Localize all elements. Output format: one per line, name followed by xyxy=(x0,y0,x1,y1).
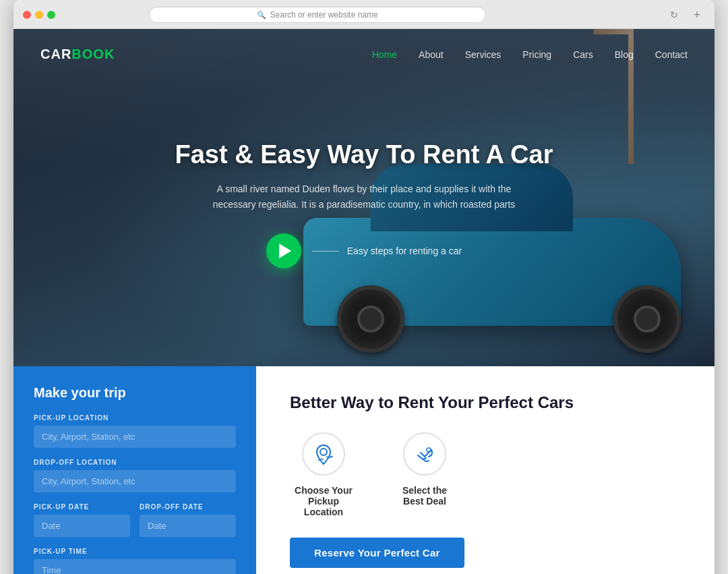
booking-form: Make your trip PICK-UP LOCATION DROP-OFF… xyxy=(13,366,256,574)
date-row: PICK-UP DATE DROP-OFF DATE xyxy=(34,503,236,548)
booking-title: Make your trip xyxy=(34,385,236,401)
reserve-button[interactable]: Reserve Your Perfect Car xyxy=(290,538,464,568)
nav-link-pricing[interactable]: Pricing xyxy=(522,49,551,60)
dropoff-date-label: DROP-OFF DATE xyxy=(140,503,236,511)
pickup-feature-label: Choose Your Pickup Location xyxy=(290,485,357,517)
dropoff-location-input[interactable] xyxy=(34,470,236,492)
pickup-location-group: PICK-UP LOCATION xyxy=(34,414,236,448)
nav-item-pricing[interactable]: Pricing xyxy=(522,49,551,61)
deal-icon xyxy=(403,432,446,476)
browser-dots xyxy=(23,11,55,19)
nav-link-cars[interactable]: Cars xyxy=(573,49,593,60)
deal-feature-label: Select the Best Deal xyxy=(391,485,458,507)
car-wheel-left xyxy=(337,285,404,353)
dropoff-date-group: DROP-OFF DATE xyxy=(140,503,236,537)
hero-subtitle: A small river named Duden flows by their… xyxy=(195,181,533,214)
minimize-dot[interactable] xyxy=(35,11,43,19)
pickup-time-label: PICK-UP TIME xyxy=(34,548,236,555)
hero-title: Fast & Easy Way To Rent A Car xyxy=(162,140,566,171)
svg-point-1 xyxy=(331,456,333,458)
nav-link-blog[interactable]: Blog xyxy=(615,49,634,60)
svg-point-2 xyxy=(427,448,431,452)
close-dot[interactable] xyxy=(23,11,31,19)
bottom-section: Make your trip PICK-UP LOCATION DROP-OFF… xyxy=(13,366,715,574)
dropoff-date-input[interactable] xyxy=(140,515,236,537)
nav-item-contact[interactable]: Contact xyxy=(655,49,688,61)
nav-link-home[interactable]: Home xyxy=(372,49,397,60)
cta-dash xyxy=(312,251,339,252)
logo: CARBOOK xyxy=(40,47,115,62)
svg-point-0 xyxy=(320,449,327,455)
address-bar: 🔍 Search or enter website name xyxy=(149,7,486,23)
right-title: Better Way to Rent Your Perfect Cars xyxy=(290,393,681,412)
nav-item-blog[interactable]: Blog xyxy=(615,49,634,61)
nav-item-services[interactable]: Services xyxy=(465,49,502,61)
hero-content: Fast & Easy Way To Rent A Car A small ri… xyxy=(162,140,566,268)
navbar: CARBOOK Home About Services Pricing Cars… xyxy=(13,29,715,80)
pickup-time-group: PICK-UP TIME xyxy=(34,548,236,574)
nav-item-home[interactable]: Home xyxy=(372,49,397,61)
play-icon xyxy=(279,243,291,258)
refresh-button[interactable]: ↻ xyxy=(666,7,682,23)
pickup-location-input[interactable] xyxy=(34,426,236,448)
search-icon: 🔍 xyxy=(257,11,266,20)
feature-pickup: Choose Your Pickup Location xyxy=(290,432,357,517)
browser-chrome: 🔍 Search or enter website name ↻ + xyxy=(13,0,715,29)
play-button[interactable] xyxy=(266,233,301,268)
logo-book-text: BOOK xyxy=(71,47,115,61)
hero-cta: Easy steps for renting a car xyxy=(162,233,566,268)
pickup-time-input[interactable] xyxy=(34,559,236,574)
pickup-location-label: PICK-UP LOCATION xyxy=(34,414,236,422)
nav-links: Home About Services Pricing Cars Blog Co… xyxy=(372,49,688,61)
car-wheel-right xyxy=(613,285,681,353)
pickup-date-label: PICK-UP DATE xyxy=(34,503,130,511)
maximize-dot[interactable] xyxy=(47,11,55,19)
logo-car-text: CAR xyxy=(40,47,71,61)
dropoff-location-group: DROP-OFF LOCATION xyxy=(34,459,236,492)
cta-text: Easy steps for renting a car xyxy=(347,246,462,256)
features-row: Choose Your Pickup Location Select the B… xyxy=(290,432,681,517)
nav-link-about[interactable]: About xyxy=(419,49,444,60)
new-tab-button[interactable]: + xyxy=(689,7,705,23)
browser-window: 🔍 Search or enter website name ↻ + CARBO… xyxy=(13,0,715,574)
nav-link-contact[interactable]: Contact xyxy=(655,49,688,60)
pickup-icon xyxy=(302,432,345,476)
pickup-date-input[interactable] xyxy=(34,515,130,537)
feature-deal: Select the Best Deal xyxy=(391,432,458,517)
address-text[interactable]: Search or enter website name xyxy=(270,10,378,20)
right-content: Better Way to Rent Your Perfect Cars Cho… xyxy=(256,366,715,574)
pickup-date-group: PICK-UP DATE xyxy=(34,503,130,537)
cta-line: Easy steps for renting a car xyxy=(312,246,462,256)
dropoff-location-label: DROP-OFF LOCATION xyxy=(34,459,236,466)
nav-item-cars[interactable]: Cars xyxy=(573,49,593,61)
hero-section: CARBOOK Home About Services Pricing Cars… xyxy=(13,29,715,366)
nav-link-services[interactable]: Services xyxy=(465,49,502,60)
nav-item-about[interactable]: About xyxy=(419,49,444,61)
